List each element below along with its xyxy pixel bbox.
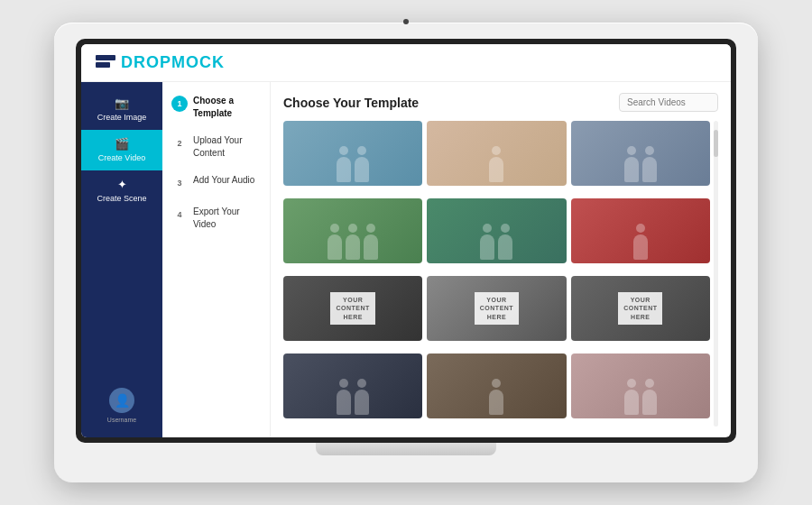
step-4-number: 4 — [171, 207, 188, 223]
step-2-number: 2 — [171, 135, 188, 152]
thumb-8-inner: YOURCONTENTHERE — [427, 276, 566, 341]
thumb-10-people — [283, 390, 422, 418]
person-12 — [337, 390, 351, 415]
search-input[interactable] — [619, 93, 718, 112]
thumb-3-people — [571, 157, 710, 186]
step-1-label: Choose a Template — [193, 95, 261, 120]
video-icon: 🎬 — [115, 137, 129, 151]
scrollbar-thumb[interactable] — [714, 130, 718, 157]
step-1[interactable]: 1 Choose a Template — [171, 95, 261, 120]
step-4-label: Export Your Video — [193, 206, 261, 231]
thumb-8-placeholder: YOURCONTENTHERE — [475, 292, 519, 324]
thumb-2-inner — [427, 121, 566, 186]
laptop-base — [316, 443, 496, 455]
step-2[interactable]: 2 Upload Your Content — [171, 134, 261, 160]
sidebar-label-create-video: Create Video — [98, 153, 145, 163]
template-thumb-10[interactable] — [283, 354, 422, 418]
sidebar-label-create-scene: Create Scene — [97, 194, 146, 204]
step-3[interactable]: 3 Add Your Audio — [171, 174, 261, 191]
template-thumb-2[interactable] — [427, 121, 566, 186]
template-thumb-8[interactable]: YOURCONTENTHERE — [427, 276, 566, 341]
person-4 — [624, 157, 639, 182]
thumb-6-inner — [571, 198, 710, 263]
thumb-10-inner — [283, 354, 422, 418]
person-10 — [498, 234, 512, 260]
template-thumb-11[interactable] — [427, 354, 566, 418]
user-name-label: Username — [107, 417, 136, 423]
step-4[interactable]: 4 Export Your Video — [171, 206, 261, 231]
sidebar-label-create-image: Create Image — [97, 113, 147, 123]
sidebar-bottom: 👤 Username — [81, 381, 162, 430]
step-3-label: Add Your Audio — [193, 174, 254, 187]
thumb-1-inner — [283, 121, 422, 186]
thumb-12-inner — [571, 354, 710, 418]
thumb-2-people — [427, 157, 566, 186]
person-1 — [337, 157, 351, 182]
thumb-12-people — [571, 390, 710, 418]
logo-drop: DROP — [121, 53, 171, 71]
template-thumb-7[interactable]: YOURCONTENTHERE — [283, 276, 422, 341]
logo-text: DROPMOCK — [121, 53, 225, 72]
sidebar-item-create-scene[interactable]: ✦ Create Scene — [81, 170, 162, 211]
person-3 — [489, 157, 503, 182]
person-9 — [480, 234, 494, 260]
thumb-9-inner: YOURCONTENTHERE — [571, 276, 710, 341]
main-layout: 📷 Create Image 🎬 Create Video ✦ Create S… — [81, 82, 731, 437]
thumb-6-people — [571, 234, 710, 263]
sidebar-item-create-image[interactable]: 📷 Create Image — [81, 89, 162, 130]
person-13 — [355, 390, 369, 415]
template-thumb-6[interactable] — [571, 198, 710, 263]
thumb-5-people — [427, 234, 566, 263]
person-5 — [642, 157, 657, 182]
template-thumb-12[interactable] — [571, 354, 710, 418]
content-title: Choose Your Template — [283, 96, 419, 110]
person-6 — [328, 234, 342, 260]
person-7 — [346, 234, 360, 260]
thumb-3-inner — [571, 121, 710, 186]
person-8 — [364, 234, 378, 260]
scene-icon: ✦ — [117, 178, 127, 191]
user-icon: 👤 — [115, 393, 130, 408]
sidebar-item-create-video[interactable]: 🎬 Create Video — [81, 130, 162, 170]
content-with-scroll: YOURCONTENTHERE YOURCONTENTHERE YO — [283, 121, 718, 427]
step-2-label: Upload Your Content — [193, 134, 261, 160]
laptop-shell: DROPMOCK 📷 Create Image 🎬 Create Video — [54, 23, 758, 482]
template-thumb-9[interactable]: YOURCONTENTHERE — [571, 276, 710, 341]
thumb-4-people — [283, 234, 422, 263]
thumb-11-inner — [427, 354, 566, 418]
thumb-9-placeholder: YOURCONTENTHERE — [618, 292, 662, 324]
person-15 — [624, 390, 639, 415]
sidebar: 📷 Create Image 🎬 Create Video ✦ Create S… — [81, 82, 162, 437]
screen-bezel: DROPMOCK 📷 Create Image 🎬 Create Video — [76, 39, 736, 443]
thumb-4-inner — [283, 198, 422, 263]
template-thumb-3[interactable] — [571, 121, 710, 186]
content-header: Choose Your Template — [283, 93, 718, 112]
thumb-7-inner: YOURCONTENTHERE — [283, 276, 422, 341]
logo-mock: MOCK — [171, 53, 225, 71]
logo-bar-bottom — [96, 62, 110, 68]
template-thumb-1[interactable] — [283, 121, 422, 186]
person-16 — [642, 390, 657, 415]
template-thumb-5[interactable] — [427, 198, 566, 263]
step-3-number: 3 — [171, 175, 188, 191]
sidebar-spacer — [81, 210, 162, 381]
thumb-5-inner — [427, 198, 566, 263]
logo-icon — [96, 55, 115, 71]
thumb-1-people — [283, 157, 422, 186]
screen: DROPMOCK 📷 Create Image 🎬 Create Video — [81, 44, 731, 437]
thumb-7-placeholder: YOURCONTENTHERE — [330, 292, 374, 324]
logo: DROPMOCK — [96, 53, 225, 72]
camera-dot — [403, 19, 409, 24]
person-11 — [633, 234, 648, 260]
person-2 — [355, 157, 369, 182]
thumb-11-people — [427, 390, 566, 418]
logo-bar-top — [96, 55, 115, 60]
scrollbar-track[interactable] — [714, 121, 718, 427]
person-14 — [489, 390, 503, 415]
steps-panel: 1 Choose a Template 2 Upload Your Conten… — [162, 82, 271, 437]
top-bar: DROPMOCK — [81, 44, 731, 82]
template-thumb-4[interactable] — [283, 198, 422, 263]
camera-icon: 📷 — [115, 96, 129, 110]
step-1-number: 1 — [171, 96, 188, 112]
template-grid: YOURCONTENTHERE YOURCONTENTHERE YO — [283, 121, 710, 427]
